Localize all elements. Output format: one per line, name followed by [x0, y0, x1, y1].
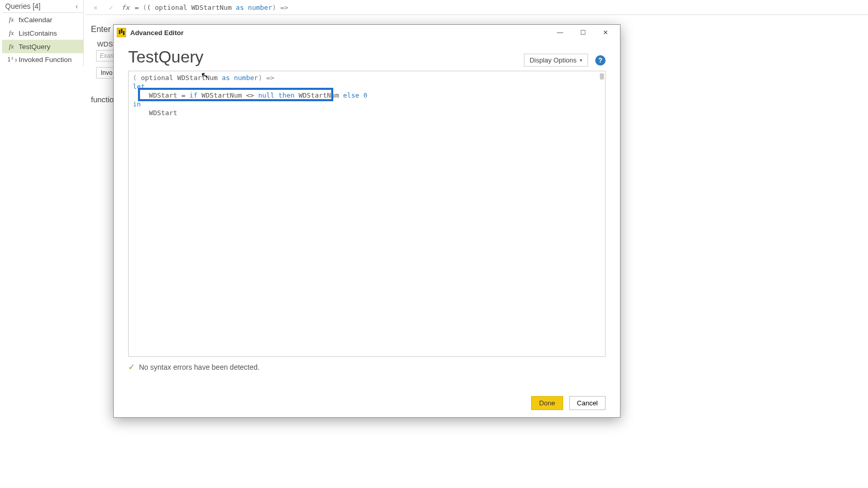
collapse-panel-chevron-icon[interactable]: ‹ [73, 2, 80, 10]
number-icon: 1²₃ [7, 56, 16, 63]
help-icon[interactable]: ? [595, 55, 606, 66]
query-title: TestQuery [128, 48, 204, 67]
display-options-dropdown[interactable]: Display Options ▾ [524, 54, 588, 67]
done-button[interactable]: Done [531, 396, 563, 410]
query-item-label: TestQuery [19, 43, 51, 51]
formula-bar: ✕ ✓ fx = (( optional WDStartNum as numbe… [85, 0, 868, 15]
close-button[interactable]: ✕ [594, 25, 617, 40]
commit-edit-icon[interactable]: ✓ [106, 4, 116, 11]
cancel-edit-icon[interactable]: ✕ [90, 4, 101, 11]
query-item-label: fxCalendar [19, 16, 52, 24]
query-item-invoked-function[interactable]: 1²₃ Invoked Function [2, 53, 83, 66]
queries-title: Queries [4] [5, 2, 40, 10]
function-icon: fx [7, 15, 16, 24]
cancel-button[interactable]: Cancel [569, 396, 606, 410]
query-item-listcontains[interactable]: fx ListContains [2, 26, 83, 40]
function-icon: fx [7, 42, 16, 51]
queries-panel: Queries [4] ‹ fx fxCalendar fx ListConta… [2, 0, 84, 66]
syntax-status: ✓ No syntax errors have been detected. [128, 362, 606, 372]
query-item-label: ListContains [19, 29, 57, 37]
minimize-button[interactable]: — [549, 25, 571, 40]
advanced-editor-dialog: Advanced Editor — ☐ ✕ TestQuery Display … [113, 24, 621, 418]
scrollbar-thumb[interactable] [600, 73, 604, 80]
formula-text[interactable]: = (( optional WDStartNum as number) => [135, 4, 288, 11]
dialog-titlebar[interactable]: Advanced Editor — ☐ ✕ [114, 25, 620, 40]
query-item-fxcalendar[interactable]: fx fxCalendar [2, 13, 83, 26]
enter-parameter-label: Enter [91, 25, 111, 34]
status-text: No syntax errors have been detected. [139, 363, 259, 371]
maximize-button[interactable]: ☐ [571, 25, 594, 40]
function-icon: fx [7, 29, 16, 37]
query-item-label: Invoked Function [19, 56, 72, 64]
dialog-window-title: Advanced Editor [130, 29, 183, 37]
queries-header: Queries [4] ‹ [2, 0, 83, 13]
powerbi-app-icon [117, 28, 126, 37]
fx-icon[interactable]: fx [121, 4, 130, 11]
query-item-testquery[interactable]: fx TestQuery [2, 40, 83, 53]
display-options-label: Display Options [530, 56, 577, 64]
code-editor[interactable]: ( optional WDStartNum as number) => let … [128, 71, 606, 357]
checkmark-icon: ✓ [128, 362, 135, 372]
chevron-down-icon: ▾ [580, 57, 582, 63]
